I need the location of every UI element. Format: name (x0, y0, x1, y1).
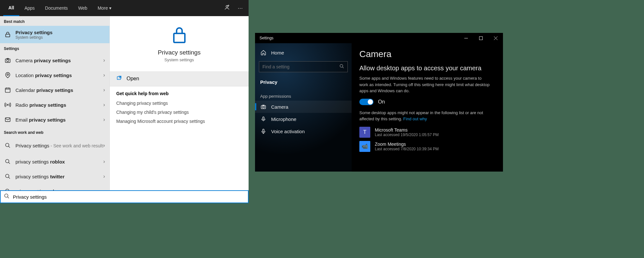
lock-icon (4, 31, 12, 38)
zoom-icon: 📹 (359, 141, 370, 152)
titlebar: Settings (255, 33, 503, 43)
home-icon (260, 50, 267, 55)
search-icon (4, 173, 12, 180)
search-panel: All Apps Documents Web More ▾ ⋯ Best mat… (0, 0, 249, 200)
search-icon (4, 142, 12, 149)
app-name: Microsoft Teams (375, 127, 439, 133)
settings-content: Camera Allow desktop apps to access your… (352, 43, 503, 172)
camera-icon (260, 104, 267, 110)
tab-web[interactable]: Web (73, 0, 93, 16)
settings-window: Settings Home Privacy App permissions Ca… (255, 33, 503, 172)
more-options-icon[interactable]: ⋯ (235, 3, 245, 14)
web-result-0[interactable]: Privacy settings - See work and web resu… (0, 137, 109, 154)
quick-help-link[interactable]: Changing my child's privacy settings (116, 110, 242, 115)
open-label: Open (127, 76, 139, 82)
chevron-right-icon: › (103, 174, 106, 179)
settings-result-camera[interactable]: Camera privacy settings › (0, 53, 109, 68)
maximize-button[interactable] (473, 33, 488, 43)
settings-result-location[interactable]: Location privacy settings › (0, 68, 109, 83)
app-name: Zoom Meetings (375, 142, 439, 147)
svg-point-17 (340, 64, 343, 67)
calendar-icon (4, 86, 12, 94)
chevron-right-icon: › (103, 143, 106, 148)
result-prefix: Location (15, 73, 35, 78)
result-bold: twitter (50, 174, 65, 179)
teams-icon: T (359, 127, 370, 138)
quick-help-link[interactable]: Changing privacy settings (116, 101, 242, 106)
tab-apps[interactable]: Apps (19, 0, 40, 16)
nav-home-label: Home (271, 50, 284, 55)
chevron-right-icon: › (103, 87, 106, 93)
svg-point-8 (5, 143, 9, 147)
nav-home[interactable]: Home (255, 46, 352, 59)
page-title: Camera (359, 49, 495, 59)
window-title: Settings (260, 36, 273, 40)
settings-result-email[interactable]: Email privacy settings › (0, 112, 109, 127)
close-button[interactable] (488, 33, 503, 43)
tab-more[interactable]: More ▾ (92, 0, 117, 16)
section-description: Some apps and Windows features need to a… (359, 75, 491, 94)
section-settings: Settings (0, 43, 109, 53)
nav-camera-label: Camera (271, 104, 288, 110)
preview-title: Privacy settings (113, 49, 245, 56)
find-out-why-link[interactable]: Find out why (403, 116, 427, 121)
email-icon (4, 116, 12, 124)
tab-more-label: More (98, 5, 108, 11)
toggle-label: On (378, 99, 385, 105)
web-result-2[interactable]: privacy settings twitter › (0, 169, 109, 184)
svg-rect-5 (5, 88, 10, 92)
result-text: privacy settings (15, 159, 50, 164)
search-input[interactable] (13, 194, 245, 200)
tab-documents[interactable]: Documents (40, 0, 73, 16)
chevron-down-icon: ▾ (109, 5, 111, 11)
camera-access-toggle[interactable] (359, 99, 374, 105)
settings-result-radio[interactable]: Radio privacy settings › (0, 97, 109, 112)
settings-search[interactable] (259, 61, 348, 72)
settings-result-calendar[interactable]: Calendar privacy settings › (0, 83, 109, 97)
nav-microphone[interactable]: Microphone (255, 113, 352, 125)
svg-point-4 (7, 74, 9, 75)
svg-rect-21 (263, 129, 264, 132)
settings-search-input[interactable] (262, 64, 339, 69)
nav-camera[interactable]: Camera (255, 101, 352, 113)
lock-icon (171, 25, 188, 45)
best-match-sub: System settings (15, 35, 106, 40)
camera-icon (4, 56, 12, 64)
quick-help-link[interactable]: Managing Microsoft account privacy setti… (116, 119, 242, 124)
chevron-right-icon: › (103, 102, 106, 108)
nav-voice-label: Voice activation (271, 129, 305, 134)
feedback-icon[interactable] (222, 2, 232, 14)
result-text: privacy settings (15, 174, 50, 179)
section-search-web: Search work and web (0, 127, 109, 137)
result-bold: roblox (50, 159, 65, 164)
minimize-button[interactable] (459, 33, 473, 43)
open-button[interactable]: Open (110, 71, 249, 86)
location-icon (4, 71, 12, 79)
nav-microphone-label: Microphone (271, 116, 296, 122)
chevron-right-icon: › (103, 117, 106, 123)
svg-point-6 (7, 104, 8, 105)
quick-help-heading: Get quick help from web (116, 91, 242, 96)
section-best-match: Best match (0, 16, 109, 26)
svg-point-15 (5, 194, 8, 197)
nav-section-privacy: Privacy (255, 77, 352, 89)
app-item-zoom: 📹 Zoom Meetings Last accessed 7/8/2020 1… (359, 141, 495, 152)
result-bold: privacy settings (34, 58, 71, 63)
result-prefix: Camera (15, 58, 34, 63)
result-prefix: Email (15, 117, 29, 123)
svg-rect-13 (174, 34, 185, 43)
tab-all[interactable]: All (3, 0, 19, 16)
best-match-result[interactable]: Privacy settings System settings (0, 26, 109, 43)
preview-column: Privacy settings System settings Open Ge… (109, 16, 249, 200)
web-result-1[interactable]: privacy settings roblox › (0, 154, 109, 169)
nav-voice-activation[interactable]: Voice activation (255, 125, 352, 137)
search-input-box[interactable] (0, 190, 249, 203)
svg-rect-1 (6, 34, 10, 37)
result-text: Privacy settings (15, 143, 49, 148)
result-bold: privacy settings (29, 102, 66, 108)
result-prefix: Calendar (15, 87, 36, 93)
svg-point-10 (5, 174, 9, 178)
app-item-teams: T Microsoft Teams Last accessed 19/5/202… (359, 127, 495, 138)
search-icon (4, 158, 12, 165)
best-match-title: Privacy settings (15, 30, 106, 35)
